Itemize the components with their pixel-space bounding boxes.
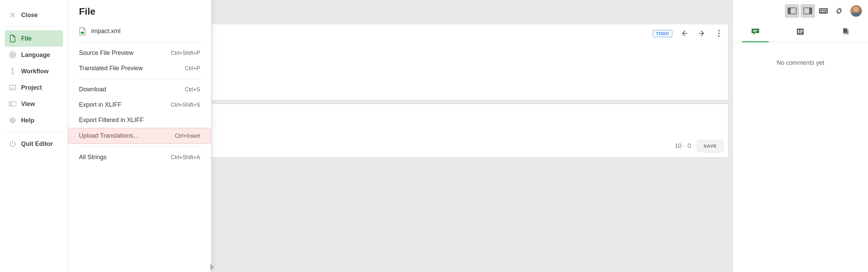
svg-rect-10: [81, 32, 84, 34]
sidebar-item-label: Workflow: [21, 68, 49, 75]
counter-right: 0: [688, 142, 691, 149]
svg-rect-6: [9, 102, 11, 106]
save-button[interactable]: SAVE: [697, 140, 723, 152]
arrow-right-icon: [698, 29, 706, 37]
menu-item-label: Source File Preview: [79, 49, 133, 57]
svg-rect-17: [798, 30, 799, 33]
keyboard-icon: [819, 7, 828, 14]
layout-right-button[interactable]: [801, 4, 815, 18]
menu-item-all-strings[interactable]: All Strings Ctrl+Shift+A: [68, 150, 211, 165]
menu-item-export-xliff[interactable]: Export in XLIFF Ctrl+Shift+S: [68, 97, 211, 112]
tab-comments[interactable]: [733, 21, 778, 42]
source-toolbar: TODO: [653, 28, 724, 39]
xml-file-icon: [79, 27, 86, 35]
svg-rect-28: [823, 9, 824, 10]
sidebar-item-label: File: [21, 35, 32, 42]
menu-item-export-filtered-xliff[interactable]: Export Filtered in XLIFF: [68, 112, 211, 128]
sidebar-item-file[interactable]: File: [5, 30, 63, 47]
right-panel-body: No comments yet: [733, 42, 868, 272]
svg-rect-20: [800, 33, 802, 33]
svg-rect-29: [825, 9, 826, 10]
sidebar-item-view[interactable]: View: [5, 96, 63, 112]
globe-icon: [9, 51, 16, 59]
svg-rect-24: [809, 8, 812, 14]
svg-rect-18: [800, 30, 803, 31]
svg-rect-19: [800, 31, 803, 32]
sidebar-item-language[interactable]: Language: [5, 47, 63, 63]
svg-rect-27: [822, 9, 823, 10]
counter: 10 · 0: [675, 142, 691, 150]
menu-item-source-preview[interactable]: Source File Preview Ctrl+Shift+P: [68, 45, 211, 61]
counter-separator: ·: [684, 142, 688, 149]
bookmark-stack-icon: [841, 28, 850, 36]
right-panel: No comments yet: [733, 0, 868, 272]
svg-rect-22: [788, 8, 791, 14]
workflow-icon: [9, 67, 16, 75]
svg-rect-32: [826, 11, 827, 12]
sidebar-item-label: Language: [21, 51, 50, 59]
layout-left-icon: [788, 7, 797, 14]
project-icon: [9, 84, 16, 91]
menu-item-label: Export Filtered in XLIFF: [79, 117, 144, 124]
tab-references[interactable]: [823, 21, 868, 42]
menu-item-label: All Strings: [79, 154, 107, 161]
svg-point-1: [12, 68, 13, 70]
menu-item-label: Download: [79, 86, 106, 93]
sidebar-item-label: Help: [21, 117, 34, 124]
layout-left-button[interactable]: [785, 4, 799, 18]
svg-rect-26: [820, 9, 821, 10]
more-options-button[interactable]: [714, 28, 724, 39]
sidebar-close[interactable]: Close: [5, 7, 63, 23]
keyboard-button[interactable]: [816, 4, 831, 18]
menu-item-shortcut: Ctrl+Shift+S: [171, 102, 200, 108]
sidebar-item-label: Project: [21, 84, 42, 91]
sidebar-item-help[interactable]: ? Help: [5, 112, 63, 129]
svg-rect-31: [822, 11, 825, 12]
main-area: TODO 10 · 0: [211, 0, 868, 272]
sidebar-close-label: Close: [21, 12, 38, 19]
menu-item-translated-preview[interactable]: Translated File Preview Ctrl+P: [68, 61, 211, 76]
menu-item-upload-translations[interactable]: Upload Translations… Ctrl+Insert: [68, 128, 211, 144]
settings-button[interactable]: [832, 4, 846, 18]
svg-point-3: [12, 71, 13, 72]
book-icon: [796, 28, 804, 35]
status-chip: TODO: [653, 30, 672, 37]
menu-filename: impact.xml: [91, 28, 120, 35]
more-vertical-icon: [718, 30, 720, 37]
sidebar-item-project[interactable]: Project: [5, 79, 63, 96]
sidebar-item-workflow[interactable]: Workflow: [5, 63, 63, 79]
save-row: 10 · 0 SAVE: [675, 140, 723, 152]
divider: [78, 147, 202, 147]
menu-item-download[interactable]: Download Ctrl+S: [68, 82, 211, 97]
svg-rect-5: [11, 88, 15, 89]
comments-empty-text: No comments yet: [776, 59, 824, 66]
divider: [78, 42, 202, 43]
svg-rect-14: [753, 30, 758, 31]
menu-current-file[interactable]: impact.xml: [68, 22, 211, 40]
counter-left: 10: [675, 142, 682, 149]
svg-rect-30: [820, 11, 821, 12]
menu-item-label: Upload Translations…: [79, 132, 139, 139]
flyout-handle-icon[interactable]: [210, 264, 214, 271]
power-icon: [9, 140, 16, 148]
sidebar-quit-label: Quit Editor: [21, 140, 53, 148]
right-panel-tabs: [733, 21, 868, 42]
sidebar: Close File Language Workflow Project: [0, 0, 68, 272]
menu-item-shortcut: Ctrl+Shift+A: [171, 154, 200, 161]
translation-card[interactable]: 10 · 0 SAVE: [211, 104, 728, 157]
file-icon: [9, 35, 16, 42]
divider: [5, 132, 63, 132]
svg-point-12: [718, 33, 720, 34]
file-menu-panel: File impact.xml Source File Preview Ctrl…: [68, 0, 211, 272]
avatar[interactable]: [850, 5, 862, 17]
svg-rect-15: [753, 31, 756, 32]
menu-item-shortcut: Ctrl+Shift+P: [171, 50, 200, 56]
gear-icon: [835, 7, 843, 15]
tab-context[interactable]: [778, 21, 823, 42]
menu-item-shortcut: Ctrl+S: [185, 87, 200, 93]
editor-column: TODO 10 · 0: [211, 0, 733, 272]
divider: [5, 27, 63, 27]
prev-string-button[interactable]: [678, 28, 690, 39]
sidebar-quit[interactable]: Quit Editor: [5, 136, 63, 152]
next-string-button[interactable]: [696, 28, 708, 39]
